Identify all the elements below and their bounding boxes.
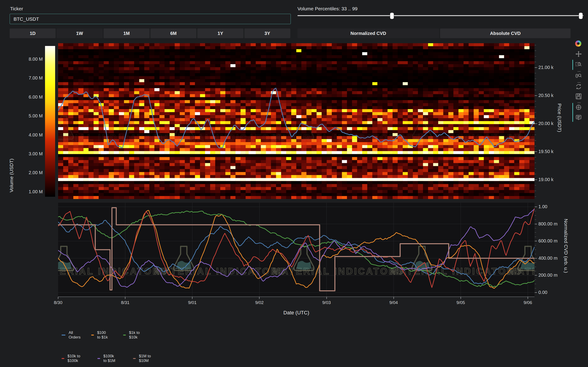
cvd-minor-tick <box>535 211 536 211</box>
price-tick <box>535 179 537 180</box>
range-button-6m[interactable]: 6M <box>150 28 196 38</box>
price-minor-tick <box>535 163 536 163</box>
x-tick-label: 9/04 <box>384 300 403 305</box>
price-minor-tick <box>535 62 536 62</box>
zoom-in-out-icon[interactable] <box>575 72 582 79</box>
price-minor-tick <box>535 129 536 129</box>
cvd-tick-label: 800.00 m <box>538 221 557 227</box>
price-minor-tick <box>535 73 536 73</box>
cvd-minor-tick <box>535 280 536 280</box>
legend-item[interactable]: All Orders <box>62 330 82 340</box>
legend-item[interactable]: $10k to $100k <box>62 354 80 363</box>
price-minor-tick <box>535 168 536 169</box>
save-icon[interactable] <box>575 93 582 100</box>
legend-label: All Orders <box>69 330 82 340</box>
modebar-separator <box>577 82 581 83</box>
price-minor-tick <box>535 101 536 101</box>
price-tick-label: 21.00 k <box>538 65 554 70</box>
range-button-3y[interactable]: 3Y <box>244 28 290 38</box>
x-axis-line <box>58 297 534 297</box>
percentile-slider-handle-high[interactable] <box>579 13 583 19</box>
volume-tick-label: 3.00 M <box>14 151 43 157</box>
price-tick-label: 20.00 k <box>538 121 554 126</box>
price-minor-tick <box>535 196 536 197</box>
cvd-minor-tick <box>535 267 536 267</box>
autoscale-icon[interactable] <box>575 83 582 90</box>
price-tick <box>535 151 537 152</box>
range-button-1w[interactable]: 1W <box>57 28 102 38</box>
cvd-minor-tick <box>535 219 536 220</box>
volume-axis-title: Volume (USDT) <box>9 158 14 192</box>
price-tick <box>535 67 537 68</box>
cvd-tick <box>535 241 537 241</box>
volume-tick-label: 1.00 M <box>14 189 43 194</box>
pan-icon[interactable] <box>575 50 582 58</box>
cvd-tick <box>535 292 537 293</box>
price-minor-tick <box>535 45 536 45</box>
volume-tick-label: 6.00 M <box>14 94 43 100</box>
cvd-tick-label: 1.00 <box>538 204 547 209</box>
modebar-active-indicator <box>572 103 573 122</box>
x-tick <box>460 297 461 299</box>
volume-percentiles-label: Volume Percentiles: 33 .. 99 <box>297 6 358 11</box>
cvd-minor-tick <box>535 250 536 250</box>
cvd-tick-label: 0.00 <box>538 290 547 295</box>
cvd-minor-tick <box>535 262 536 263</box>
x-tick-label: 9/03 <box>318 300 336 305</box>
range-button-1y[interactable]: 1Y <box>197 28 243 38</box>
legend-label: $1M to $10M <box>139 354 151 363</box>
absolute-cvd-button[interactable]: Absolute CVD <box>440 28 571 38</box>
legend-item[interactable]: $100 to $1k <box>91 330 108 340</box>
hover-text-icon[interactable] <box>575 114 582 121</box>
x-tick <box>125 297 125 299</box>
x-tick-label: 8/31 <box>116 300 134 305</box>
price-minor-tick <box>535 84 536 84</box>
cvd-minor-tick <box>535 284 536 284</box>
price-minor-tick <box>535 79 536 79</box>
cvd-tick <box>535 224 537 224</box>
volume-tick-label: 4.00 M <box>14 132 43 138</box>
legend-dash-icon <box>62 358 64 359</box>
range-button-1m[interactable]: 1M <box>104 28 149 38</box>
price-minor-tick <box>535 50 536 51</box>
x-tick-label: 9/05 <box>452 300 470 305</box>
percentile-slider-handle-low[interactable] <box>390 13 394 19</box>
legend-dash-icon <box>62 335 65 335</box>
price-tick <box>535 123 537 124</box>
legend-label: $10k to $100k <box>67 354 81 363</box>
legend-item[interactable]: $100k to $1M <box>97 354 116 363</box>
cvd-toggle-buttons: Normalized CVDAbsolute CVD <box>297 28 571 38</box>
ticker-input[interactable] <box>10 14 291 24</box>
legend-dash-icon <box>91 335 94 335</box>
plotly-logo-icon[interactable] <box>575 41 581 47</box>
x-tick-label: 8/30 <box>49 300 67 305</box>
legend-label: $100 to $1k <box>97 330 108 340</box>
modebar-active-indicator <box>572 60 573 70</box>
x-tick <box>528 297 528 299</box>
volume-heatmap-plot[interactable] <box>58 43 534 199</box>
cvd-minor-tick <box>535 237 536 237</box>
normalized-cvd-button[interactable]: Normalized CVD <box>297 28 439 38</box>
volume-tick-label: 5.00 M <box>14 113 43 119</box>
cvd-minor-tick <box>535 288 536 288</box>
cvd-tick-label: 200.00 m <box>538 273 557 278</box>
legend-item[interactable]: $1k to $10k <box>123 330 140 340</box>
x-tick <box>393 297 394 299</box>
price-minor-tick <box>535 146 536 146</box>
price-minor-tick <box>535 157 536 158</box>
cvd-line-plot[interactable] <box>58 203 534 296</box>
range-button-1d[interactable]: 1D <box>10 28 56 38</box>
percentile-slider-track[interactable] <box>297 15 583 16</box>
x-tick-label: 9/01 <box>183 300 201 305</box>
x-tick-label: 9/02 <box>250 300 269 305</box>
box-zoom-icon[interactable] <box>575 61 582 67</box>
price-tick-label: 20.50 k <box>538 93 554 98</box>
price-minor-tick <box>535 191 536 191</box>
range-buttons: 1D1W1M6M1Y3Y <box>10 28 290 38</box>
price-minor-tick <box>535 118 536 118</box>
legend-dash-icon <box>133 358 136 359</box>
legend-dash-icon <box>97 358 100 359</box>
spikelines-icon[interactable] <box>575 104 582 111</box>
legend-item[interactable]: $1M to $10M <box>133 354 151 363</box>
legend-dash-icon <box>123 335 126 335</box>
